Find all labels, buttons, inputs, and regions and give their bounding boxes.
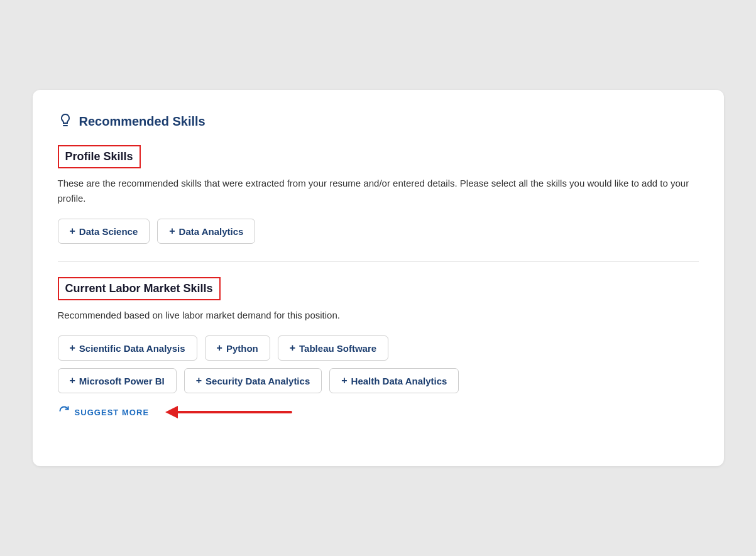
plus-icon: + (70, 375, 75, 386)
section-title: Recommended Skills (79, 114, 205, 129)
plus-icon: + (169, 226, 175, 237)
skill-data-analytics[interactable]: + Data Analytics (157, 219, 255, 244)
skill-label: Security Data Analytics (205, 376, 310, 386)
plus-icon: + (341, 375, 347, 386)
plus-icon: + (196, 375, 202, 386)
suggest-more-row: SUGGEST MORE (58, 401, 699, 423)
skill-data-science[interactable]: + Data Science (58, 219, 150, 244)
skill-label: Data Science (79, 226, 138, 237)
skill-tableau-software[interactable]: + Tableau Software (278, 335, 388, 361)
skill-label: Python (226, 343, 258, 354)
skill-label: Data Analytics (179, 226, 244, 237)
profile-skills-description: These are the recommended skills that we… (58, 176, 699, 206)
red-arrow-svg (159, 401, 297, 423)
svg-marker-1 (165, 406, 178, 418)
arrow-annotation (159, 401, 297, 423)
profile-skills-heading: Profile Skills (58, 145, 141, 168)
skill-label: Scientific Data Analysis (79, 343, 185, 354)
lightbulb-icon (58, 112, 73, 130)
plus-icon: + (217, 342, 222, 354)
profile-skills-section: Profile Skills These are the recommended… (58, 145, 699, 244)
section-header: Recommended Skills (58, 112, 699, 130)
skill-microsoft-power-bi[interactable]: + Microsoft Power BI (58, 368, 177, 393)
skill-health-data-analytics[interactable]: + Health Data Analytics (329, 368, 459, 393)
suggest-more-label: SUGGEST MORE (75, 408, 150, 417)
labor-market-heading: Current Labor Market Skills (58, 277, 221, 300)
divider (58, 261, 699, 262)
profile-skills-row: + Data Science + Data Analytics (58, 219, 699, 244)
plus-icon: + (70, 226, 75, 237)
labor-market-description: Recommended based on live labor market d… (58, 308, 699, 323)
labor-market-skills-section: Current Labor Market Skills Recommended … (58, 277, 699, 423)
labor-skills-row-1: + Scientific Data Analysis + Python + Ta… (58, 335, 699, 361)
suggest-more-button[interactable]: SUGGEST MORE (58, 405, 150, 420)
recommended-skills-card: Recommended Skills Profile Skills These … (33, 90, 724, 466)
plus-icon: + (70, 342, 75, 354)
skill-label: Health Data Analytics (351, 376, 447, 386)
skill-label: Tableau Software (299, 343, 376, 354)
skill-python[interactable]: + Python (205, 335, 270, 361)
skill-label: Microsoft Power BI (79, 376, 165, 386)
labor-skills-row-2: + Microsoft Power BI + Security Data Ana… (58, 368, 699, 393)
plus-icon: + (290, 342, 295, 354)
skill-security-data-analytics[interactable]: + Security Data Analytics (184, 368, 322, 393)
refresh-icon (58, 405, 70, 420)
skill-scientific-data-analysis[interactable]: + Scientific Data Analysis (58, 335, 197, 361)
